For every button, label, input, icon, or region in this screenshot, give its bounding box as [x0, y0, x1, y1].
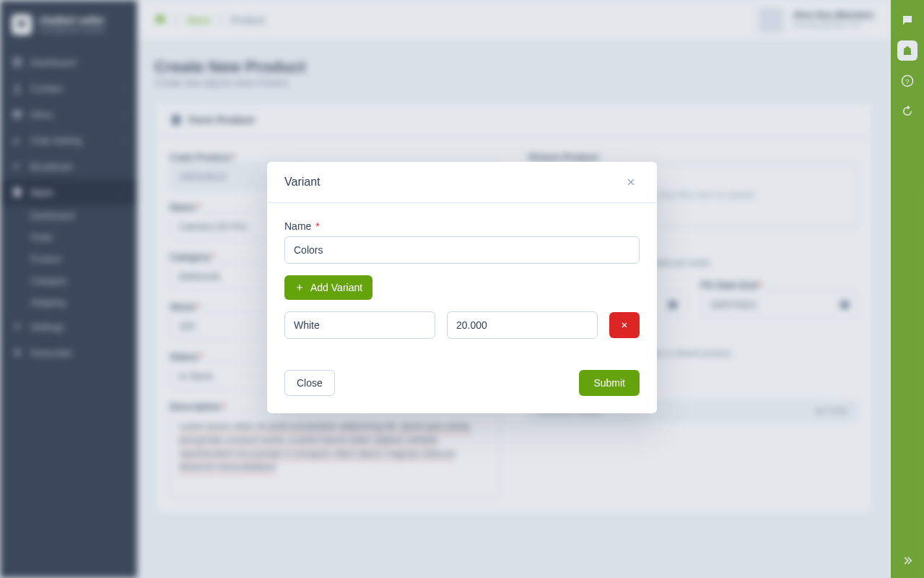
- variant-row-name-input[interactable]: [284, 311, 435, 339]
- variant-row-price-input[interactable]: [447, 311, 598, 339]
- variant-name-label: Name: [284, 220, 311, 232]
- modal-overlay[interactable]: Variant Name * Add Variant C: [0, 0, 924, 578]
- add-variant-row-label: Add Variant: [310, 282, 362, 293]
- close-icon: [625, 176, 637, 188]
- required-icon: *: [315, 220, 319, 232]
- delete-variant-row-button[interactable]: [609, 312, 640, 338]
- modal-close-button[interactable]: [622, 173, 640, 191]
- close-icon: [620, 321, 629, 329]
- add-variant-row-button[interactable]: Add Variant: [284, 275, 372, 300]
- variant-row: [284, 311, 640, 339]
- variant-modal: Variant Name * Add Variant C: [267, 162, 657, 413]
- plus-icon: [295, 282, 305, 293]
- modal-submit-button[interactable]: Submit: [579, 370, 640, 396]
- modal-close-footer-button[interactable]: Close: [284, 370, 335, 396]
- modal-title: Variant: [284, 176, 321, 189]
- variant-name-input[interactable]: [284, 236, 640, 264]
